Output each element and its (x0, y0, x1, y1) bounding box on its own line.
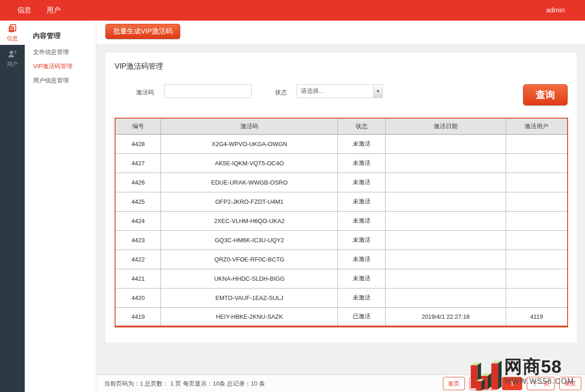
table-header-cell: 编号 (115, 118, 161, 134)
sidebar-section-title: 内容管理 (33, 32, 96, 40)
table-cell: 4420 (115, 288, 161, 307)
pagination-bar: 当前页码为：1 总页数： 1 页 每页显示：10条 总记录：10 条 首页上一页… (96, 375, 585, 392)
table-cell: 4424 (115, 211, 161, 230)
search-button[interactable]: 查询 (523, 84, 568, 105)
batch-generate-button[interactable]: 批量生成VIP激活码 (105, 24, 180, 39)
rail-item-label: 用户 (7, 60, 18, 68)
page-title: VIP激活码管理 (115, 62, 163, 71)
code-input[interactable] (164, 84, 252, 98)
table-row: 4421UKNA-HHDC-SLDH-BIGG未激活 (115, 269, 568, 288)
pager-first[interactable]: 首页 (443, 377, 465, 390)
status-select[interactable]: 请选择... ▼ (297, 84, 383, 98)
table-cell: UKNA-HHDC-SLDH-BIGG (161, 269, 338, 288)
table-cell (386, 269, 506, 288)
table-cell: 未激活 (338, 230, 386, 250)
table-cell (386, 250, 506, 269)
table-cell: 未激活 (338, 153, 386, 173)
table-header-cell: 激活码 (161, 118, 338, 134)
toolbar: 批量生成VIP激活码 (96, 21, 585, 44)
pager-prev[interactable]: 上一页 (469, 377, 497, 390)
table-cell: GQ3C-HM6K-IC3U-UQY2 (161, 230, 338, 250)
icon-rail: 信息 用户 (0, 21, 25, 392)
topbar: 信息 用户 admin (0, 0, 585, 21)
table-cell (506, 134, 568, 153)
table-row: 4422QRZ0-VFOE-RF0C-BCTG未激活 (115, 250, 568, 269)
rail-item-user[interactable]: 用户 (0, 45, 25, 72)
table-cell: 4426 (115, 173, 161, 192)
pager-next[interactable]: 下一页 (527, 377, 555, 390)
table-cell (386, 153, 506, 173)
codes-table-wrap: 编号激活码状态激活日期激活用户 4428X2G4-WPVO-UKGA-OWGN未… (115, 118, 568, 327)
table-row: 4420EMTO-VAUF-1EAZ-SULJ未激活 (115, 288, 568, 307)
table-cell (506, 211, 568, 230)
search-form: 激活码 状态 请选择... ▼ 查询 (105, 84, 577, 105)
table-row: 4427AK5E-IQKM-VQT5-OC4O未激活 (115, 153, 568, 173)
table-cell: 4119 (506, 307, 568, 327)
table-body: 4428X2G4-WPVO-UKGA-OWGN未激活4427AK5E-IQKM-… (115, 134, 568, 327)
table-row: 4428X2G4-WPVO-UKGA-OWGN未激活 (115, 134, 568, 153)
sidebar-item-vip-codes[interactable]: VIP激活码管理 (33, 62, 96, 71)
table-cell: OFP2-JKRO-FZDT-U4M1 (161, 192, 338, 211)
table-cell: 未激活 (338, 134, 386, 153)
table-row: 4426EDUE-URAK-WWGB-OSRO未激活 (115, 173, 568, 192)
pagination-summary: 当前页码为：1 总页数： 1 页 每页显示：10条 总记录：10 条 (104, 380, 265, 388)
table-cell: 未激活 (338, 269, 386, 288)
code-label: 激活码 (136, 88, 154, 97)
table-cell (506, 192, 568, 211)
table-cell (506, 153, 568, 173)
status-select-value: 请选择... (297, 87, 373, 95)
table-cell: 4422 (115, 250, 161, 269)
table-row: 4423GQ3C-HM6K-IC3U-UQY2未激活 (115, 230, 568, 250)
topnav-item-user[interactable]: 用户 (47, 6, 61, 15)
table-cell (506, 230, 568, 250)
logged-in-user[interactable]: admin (546, 6, 565, 14)
table-cell (506, 250, 568, 269)
table-cell: 2XEC-VLHM-H6QO-UKA2 (161, 211, 338, 230)
table-cell: 4423 (115, 230, 161, 250)
table-cell (386, 288, 506, 307)
table-cell: 未激活 (338, 211, 386, 230)
topnav-item-info[interactable]: 信息 (17, 6, 31, 15)
table-cell: 4419 (115, 307, 161, 327)
pager-buttons: 首页上一页1下一页尾页 (443, 377, 581, 390)
pager-page-1[interactable]: 1 (502, 377, 522, 390)
table-header-cell: 激活日期 (386, 118, 506, 134)
table-cell (386, 230, 506, 250)
chevron-down-icon[interactable]: ▼ (373, 85, 382, 98)
table-cell: AK5E-IQKM-VQT5-OC4O (161, 153, 338, 173)
table-cell: 2019/4/1 22:27:16 (386, 307, 506, 327)
table-cell: EMTO-VAUF-1EAZ-SULJ (161, 288, 338, 307)
top-navigation: 信息 用户 (17, 6, 61, 15)
table-row: 4425OFP2-JKRO-FZDT-U4M1未激活 (115, 192, 568, 211)
table-cell: 4421 (115, 269, 161, 288)
sidebar-item-file-info[interactable]: 文件信息管理 (33, 48, 96, 56)
user-icon (7, 49, 17, 59)
pager-last[interactable]: 尾页 (559, 377, 581, 390)
table-cell (386, 173, 506, 192)
table-cell: 4428 (115, 134, 161, 153)
codes-table: 编号激活码状态激活日期激活用户 4428X2G4-WPVO-UKGA-OWGN未… (115, 118, 568, 327)
table-cell: 未激活 (338, 288, 386, 307)
table-cell (386, 192, 506, 211)
table-cell: 已激活 (338, 307, 386, 327)
table-cell: 未激活 (338, 250, 386, 269)
table-cell: HEIY-HBKE-2KNU-SAZK (161, 307, 338, 327)
table-cell (386, 211, 506, 230)
status-label: 状态 (275, 88, 287, 97)
table-cell: 4425 (115, 192, 161, 211)
main-content: 批量生成VIP激活码 VIP激活码管理 激活码 状态 请选择... ▼ 查询 编… (96, 21, 585, 392)
table-cell: 未激活 (338, 173, 386, 192)
table-row: 44242XEC-VLHM-H6QO-UKA2未激活 (115, 211, 568, 230)
rail-item-label: 信息 (7, 35, 18, 43)
sidebar-item-user-info[interactable]: 用户信息管理 (33, 76, 96, 85)
table-row: 4419HEIY-HBKE-2KNU-SAZK已激活2019/4/1 22:27… (115, 307, 568, 327)
table-cell: EDUE-URAK-WWGB-OSRO (161, 173, 338, 192)
table-cell: QRZ0-VFOE-RF0C-BCTG (161, 250, 338, 269)
sidebar: 内容管理 文件信息管理 VIP激活码管理 用户信息管理 (25, 21, 96, 392)
documents-icon (7, 23, 17, 33)
rail-item-info[interactable]: 信息 (0, 21, 25, 45)
table-header-cell: 状态 (338, 118, 386, 134)
table-header-row: 编号激活码状态激活日期激活用户 (115, 118, 568, 134)
table-cell: 4427 (115, 153, 161, 173)
table-cell: 未激活 (338, 192, 386, 211)
